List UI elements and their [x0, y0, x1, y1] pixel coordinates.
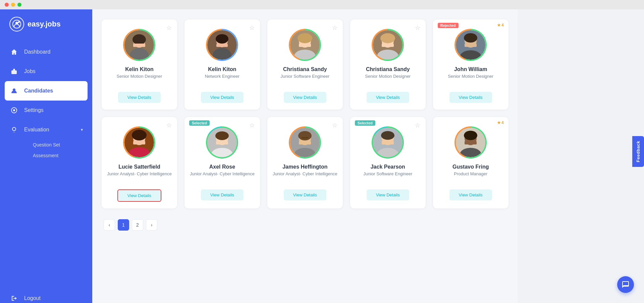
- avatar-5: [456, 30, 485, 60]
- star-count-10: ★4: [497, 120, 504, 125]
- sidebar-item-settings[interactable]: Settings: [0, 101, 92, 120]
- candidate-role-1: Senior Motion Designer: [117, 74, 162, 86]
- star-icon-4[interactable]: ☆: [415, 24, 420, 32]
- candidate-card-gustavo-fring: ★4 Gustavo Fring Product Manager: [433, 117, 508, 208]
- svg-point-13: [216, 34, 228, 44]
- svg-point-28: [464, 33, 477, 43]
- avatar-wrapper-6: [123, 126, 155, 159]
- view-details-btn-9[interactable]: View Details: [367, 189, 409, 200]
- star-icon-7[interactable]: ☆: [249, 122, 255, 129]
- svg-rect-34: [133, 141, 145, 144]
- avatar-10: [456, 128, 485, 157]
- logo: easy.jobs: [0, 9, 92, 39]
- candidate-card-john-william: Rejected ★4 John Willia: [433, 19, 508, 110]
- svg-point-54: [464, 131, 477, 140]
- star-icon-3[interactable]: ☆: [332, 24, 337, 32]
- avatar-wrapper-7: [206, 126, 238, 159]
- sidebar-item-jobs[interactable]: Jobs: [0, 62, 92, 81]
- fullscreen-dot[interactable]: [17, 3, 21, 7]
- candidate-role-6: Junior Analyst- Cyber Intelligence: [107, 171, 172, 183]
- sidebar: easy.jobs Dashboard Jobs Candidates: [0, 9, 92, 303]
- candidates-icon: [9, 86, 19, 96]
- star-count-5: ★4: [497, 23, 504, 27]
- logout-item[interactable]: Logout: [0, 288, 92, 303]
- star-icon-1[interactable]: ☆: [166, 24, 172, 32]
- minimize-dot[interactable]: [11, 3, 15, 7]
- evaluation-label: Evaluation: [24, 127, 49, 133]
- svg-point-23: [380, 33, 395, 43]
- svg-rect-50: [382, 141, 394, 144]
- svg-point-2: [18, 21, 20, 23]
- view-details-btn-7[interactable]: View Details: [201, 189, 244, 200]
- star-icon-2[interactable]: ☆: [249, 24, 255, 32]
- window-chrome: [0, 0, 644, 9]
- candidate-name-6: Lucie Satterfield: [118, 164, 160, 170]
- candidate-name-9: Jack Pearson: [371, 164, 405, 170]
- candidate-name-4: Christiana Sandy: [366, 66, 410, 72]
- view-details-btn-10[interactable]: View Details: [449, 189, 492, 200]
- evaluation-icon: [9, 125, 19, 134]
- svg-point-33: [132, 130, 147, 140]
- candidate-role-4: Senior Motion Designer: [365, 74, 411, 86]
- candidate-card-james-heffington: ☆ James Heffington Junior An: [267, 117, 343, 208]
- svg-rect-39: [216, 141, 228, 144]
- next-page-btn[interactable]: ›: [146, 219, 157, 231]
- view-details-btn-1[interactable]: View Details: [118, 92, 161, 103]
- close-dot[interactable]: [5, 3, 9, 7]
- candidate-card-axel-rose: Selected ☆ Axel Rose Junior Analyst: [184, 117, 260, 208]
- svg-point-49: [381, 131, 394, 140]
- view-details-btn-3[interactable]: View Details: [284, 92, 326, 103]
- avatar-9: [373, 128, 402, 157]
- candidates-row-2: ☆ Lucie Satterfield Junior Analyst- Cybe…: [102, 117, 508, 208]
- sidebar-item-candidates[interactable]: Candidates: [5, 81, 88, 101]
- selected-badge-jack: Selected: [355, 120, 375, 126]
- svg-rect-14: [216, 44, 228, 47]
- view-details-btn-8[interactable]: View Details: [284, 189, 326, 200]
- sidebar-item-question-set[interactable]: Question Set: [23, 139, 92, 150]
- pagination: ‹ 1 2 ›: [102, 216, 508, 231]
- logout-label: Logout: [24, 295, 41, 301]
- svg-rect-19: [299, 44, 311, 47]
- view-details-btn-4[interactable]: View Details: [367, 92, 409, 103]
- selected-badge-axel: Selected: [189, 120, 210, 126]
- evaluation-arrow: ▾: [81, 127, 83, 132]
- page-2-btn[interactable]: 2: [132, 219, 143, 231]
- view-details-btn-5[interactable]: View Details: [449, 92, 492, 103]
- svg-rect-29: [465, 44, 477, 47]
- prev-page-btn[interactable]: ‹: [104, 219, 115, 231]
- sidebar-sub-nav: Question Set Assessment: [0, 139, 92, 161]
- sidebar-nav: Dashboard Jobs Candidates Settings: [0, 39, 92, 288]
- app-name: easy.jobs: [28, 20, 61, 28]
- candidate-name-3: Christiana Sandy: [283, 66, 327, 72]
- sidebar-item-assessment[interactable]: Assessment: [23, 150, 92, 161]
- star-icon-6[interactable]: ☆: [166, 122, 172, 129]
- logout-icon: [9, 294, 19, 303]
- settings-label: Settings: [24, 107, 44, 113]
- star-icon-8[interactable]: ☆: [332, 122, 337, 129]
- sidebar-item-dashboard[interactable]: Dashboard: [0, 42, 92, 62]
- candidate-role-2: Network Engineer: [205, 74, 239, 86]
- svg-rect-55: [465, 141, 477, 144]
- svg-point-18: [298, 33, 312, 43]
- avatar-wrapper-1: [123, 29, 155, 61]
- candidate-name-1: Kelin Kiton: [125, 66, 153, 72]
- avatar-wrapper-9: [372, 126, 404, 159]
- svg-rect-44: [299, 141, 311, 144]
- svg-rect-24: [382, 44, 394, 47]
- main-content: ☆ Kelin Kiton Senior Motion Designer: [92, 9, 518, 303]
- candidate-role-5: Senior Motion Designer: [448, 74, 493, 86]
- avatar-6: [124, 128, 154, 157]
- svg-rect-9: [133, 44, 145, 47]
- candidate-name-2: Kelin Kiton: [208, 66, 236, 72]
- candidate-role-3: Junior Software Engineer: [280, 74, 329, 86]
- avatar-wrapper-2: [206, 29, 238, 61]
- avatar-wrapper-4: [372, 29, 404, 61]
- view-details-btn-2[interactable]: View Details: [201, 92, 244, 103]
- avatar-8: [290, 128, 320, 157]
- page-1-btn[interactable]: 1: [118, 219, 129, 231]
- view-details-btn-6[interactable]: View Details: [117, 189, 161, 202]
- candidate-card-lucie-satterfield: ☆ Lucie Satterfield Junior Analyst- Cybe…: [102, 117, 177, 208]
- sidebar-item-evaluation[interactable]: Evaluation ▾: [0, 120, 92, 139]
- rejected-badge: Rejected: [438, 23, 459, 28]
- star-icon-9[interactable]: ☆: [415, 122, 420, 129]
